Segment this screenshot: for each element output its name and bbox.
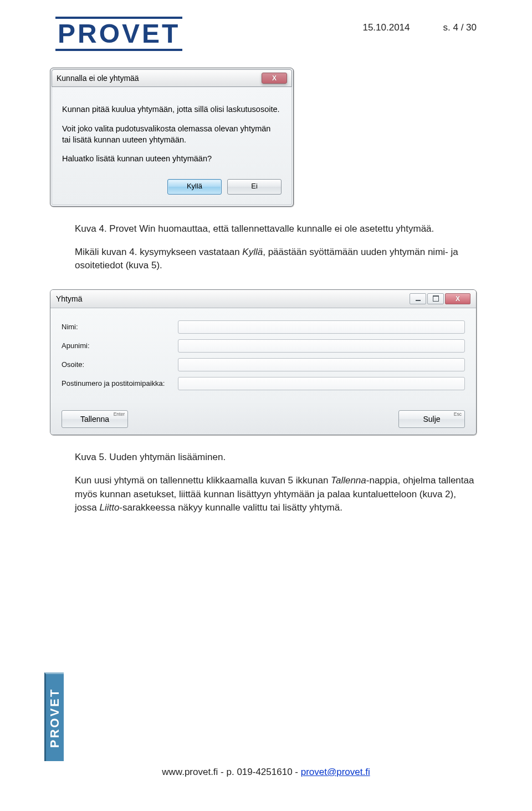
dialog2-button-row: Enter Tallenna Esc Sulje	[50, 401, 476, 435]
dialog1-no-button[interactable]: Ei	[227, 179, 282, 195]
header-page: s. 4 / 30	[443, 22, 477, 33]
caption-kuva5: Kuva 5. Uuden yhtymän lisääminen.	[75, 452, 477, 463]
side-logo-text: PROVET	[48, 687, 62, 747]
text-italic-tallenna: Tallenna	[331, 475, 366, 486]
dialog-no-yhtyma: Kunnalla ei ole yhtymää X Kunnan pitää k…	[50, 68, 294, 206]
close-button[interactable]: Esc Sulje	[398, 410, 465, 428]
dialog1-line3: Haluatko lisätä kunnan uuteen yhtymään?	[62, 153, 282, 164]
label-nimi: Nimi:	[62, 323, 178, 331]
dialog1-title: Kunnalla ei ole yhtymää	[57, 74, 139, 83]
close-button-label: Sulje	[423, 415, 440, 424]
label-posti: Postinumero ja postitoimipaikka:	[62, 379, 178, 387]
dialog2-form: Nimi: Apunimi: Osoite: Postinumero ja po…	[50, 308, 476, 401]
text-italic-kylla: Kyllä	[242, 247, 263, 257]
close-icon: X	[272, 74, 277, 82]
dialog1-line2: Voit joko valita pudotusvalikosta olemas…	[62, 123, 282, 146]
dialog1-close-button[interactable]: X	[262, 73, 287, 84]
side-logo: PROVET	[44, 672, 64, 761]
text-italic-liitto: Liitto	[99, 502, 119, 513]
dialog2-title: Yhtymä	[56, 294, 82, 303]
footer-website: www.provet.fi	[162, 767, 218, 777]
input-osoite[interactable]	[178, 358, 465, 371]
close-icon: X	[456, 295, 460, 303]
minimize-button[interactable]	[410, 293, 426, 304]
provet-logo: PROVET	[55, 17, 182, 51]
save-button-label: Tallenna	[80, 415, 109, 424]
dialog1-button-row: Kyllä Ei	[62, 172, 282, 195]
text: tai lisätä kunnan uuteen yhtymään.	[62, 135, 186, 144]
document-header: PROVET 15.10.2014 s. 4 / 30	[55, 17, 477, 51]
header-date: 15.10.2014	[362, 22, 410, 33]
dialog-yhtyma: Yhtymä X Nimi: Apunimi: Osoite:	[50, 289, 477, 435]
dialog1-line1: Kunnan pitää kuulua yhtymään, jotta sill…	[62, 104, 282, 115]
text: Mikäli kuvan 4. kysymykseen vastataan	[75, 247, 242, 257]
hint-esc: Esc	[454, 411, 462, 417]
hint-enter: Enter	[114, 411, 125, 417]
footer-sep2: -	[293, 767, 301, 777]
input-posti[interactable]	[178, 377, 465, 390]
input-apunimi[interactable]	[178, 339, 465, 353]
paragraph-2: Kun uusi yhtymä on tallennettu klikkaama…	[75, 474, 477, 515]
row-osoite: Osoite:	[62, 358, 465, 371]
maximize-button[interactable]	[427, 293, 444, 304]
paragraph-1: Mikäli kuvan 4. kysymykseen vastataan Ky…	[75, 246, 477, 273]
dialog1-titlebar: Kunnalla ei ole yhtymää X	[52, 69, 292, 87]
footer-email[interactable]: provet@provet.fi	[301, 767, 370, 777]
dialog2-close-button[interactable]: X	[445, 293, 470, 304]
dialog2-titlebar: Yhtymä X	[50, 290, 476, 308]
text: Voit joko valita pudotusvalikosta olemas…	[62, 124, 270, 133]
input-nimi[interactable]	[178, 320, 465, 334]
text: Kun uusi yhtymä on tallennettu klikkaama…	[75, 475, 331, 486]
caption-kuva4: Kuva 4. Provet Win huomauttaa, että tall…	[75, 223, 477, 234]
row-posti: Postinumero ja postitoimipaikka:	[62, 377, 465, 390]
header-meta: 15.10.2014 s. 4 / 30	[362, 22, 477, 33]
dialog1-body: Kunnan pitää kuulua yhtymään, jotta sill…	[52, 87, 292, 205]
text: -sarakkeessa näkyy kunnalle valittu tai …	[119, 502, 342, 513]
save-button[interactable]: Enter Tallenna	[62, 410, 128, 428]
row-nimi: Nimi:	[62, 320, 465, 334]
label-osoite: Osoite:	[62, 360, 178, 369]
footer-sep1: - p.	[218, 767, 237, 777]
label-apunimi: Apunimi:	[62, 341, 178, 350]
row-apunimi: Apunimi:	[62, 339, 465, 353]
footer-phone: 019-4251610	[237, 767, 292, 777]
window-controls: X	[410, 293, 470, 304]
dialog1-yes-button[interactable]: Kyllä	[167, 179, 222, 195]
footer: www.provet.fi - p. 019-4251610 - provet@…	[0, 767, 532, 778]
